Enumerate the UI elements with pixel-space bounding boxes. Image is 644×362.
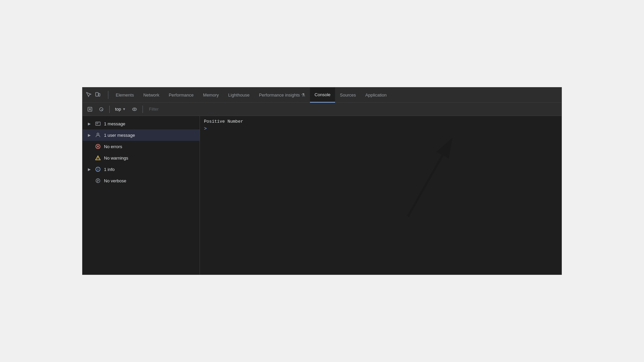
tab-bar-divider: [108, 91, 108, 99]
console-output-line: Positive Number: [200, 118, 561, 125]
warnings-label: No warnings: [104, 156, 196, 161]
svg-point-12: [97, 133, 99, 135]
messages-icon: [95, 120, 101, 127]
expand-arrow-info: ▶: [87, 167, 92, 172]
expand-arrow-messages: ▶: [87, 121, 92, 126]
svg-rect-0: [96, 93, 98, 96]
filter-button[interactable]: [97, 105, 106, 114]
svg-point-7: [132, 108, 137, 111]
tab-sources[interactable]: Sources: [335, 87, 361, 103]
user-message-icon: [95, 132, 101, 138]
sidebar-item-user-message[interactable]: ▶ 1 user message: [83, 129, 200, 141]
toolbar-divider-1: [109, 106, 110, 113]
sidebar-item-warnings[interactable]: ▶ No warnings: [83, 152, 200, 164]
svg-line-6: [101, 109, 103, 111]
tab-lighthouse[interactable]: Lighthouse: [223, 87, 254, 103]
clear-console-button[interactable]: [85, 105, 95, 114]
devtools-icons: [85, 91, 101, 99]
svg-rect-1: [99, 94, 100, 96]
toolbar-divider-2: [143, 106, 143, 113]
sidebar-item-verbose[interactable]: ▶ No verbose: [83, 175, 200, 186]
verbose-icon: [95, 177, 101, 184]
tab-performance[interactable]: Performance: [164, 87, 198, 103]
eye-icon-button[interactable]: [130, 105, 139, 114]
tab-bar: Elements Network Performance Memory Ligh…: [83, 87, 561, 103]
svg-point-18: [98, 159, 98, 160]
svg-point-20: [98, 168, 98, 169]
device-icon[interactable]: [94, 91, 101, 99]
sidebar-item-messages[interactable]: ▶ 1 message: [83, 118, 200, 129]
sidebar-item-errors[interactable]: ▶ No errors: [83, 141, 200, 152]
filter-input[interactable]: [146, 105, 559, 113]
console-output: Positive Number >: [200, 116, 561, 275]
tab-memory[interactable]: Memory: [198, 87, 223, 103]
info-label: 1 info: [104, 167, 196, 172]
arrow-annotation: [200, 116, 561, 275]
tab-network[interactable]: Network: [139, 87, 164, 103]
svg-point-8: [134, 109, 135, 110]
svg-line-27: [408, 139, 451, 217]
console-sidebar: ▶ 1 message ▶: [83, 116, 200, 275]
context-selector[interactable]: top ▼: [113, 106, 128, 113]
expand-arrow-user-message: ▶: [87, 132, 92, 138]
info-icon: [95, 166, 101, 173]
errors-label: No errors: [104, 144, 196, 149]
tab-console[interactable]: Console: [310, 87, 335, 103]
console-toolbar: top ▼: [83, 103, 561, 116]
tab-perf-insights[interactable]: Performance insights ⚗: [254, 87, 310, 103]
console-output-text: Positive Number: [204, 119, 243, 124]
tab-application[interactable]: Application: [361, 87, 391, 103]
verbose-label: No verbose: [104, 178, 196, 183]
sidebar-item-info[interactable]: ▶ 1 info: [83, 164, 200, 175]
error-icon: [95, 143, 101, 150]
tab-elements[interactable]: Elements: [111, 87, 139, 103]
console-prompt[interactable]: >: [200, 125, 561, 132]
messages-label: 1 message: [104, 121, 196, 126]
console-prompt-arrow: >: [204, 126, 207, 131]
inspect-icon[interactable]: [85, 91, 93, 99]
main-content: ▶ 1 message ▶: [83, 116, 561, 275]
user-message-label: 1 user message: [104, 133, 196, 138]
context-value: top: [115, 107, 121, 112]
devtools-window: Elements Network Performance Memory Ligh…: [82, 87, 562, 275]
context-dropdown-arrow: ▼: [122, 107, 126, 111]
warning-icon: [95, 155, 101, 161]
